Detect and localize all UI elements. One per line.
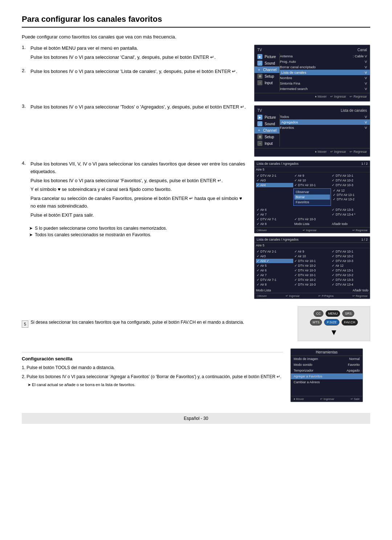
- cl2-c3r1: ✓ DTV Air 10-1: [331, 249, 368, 254]
- setup-label-2: Setup: [265, 135, 274, 139]
- remote-btn-mts[interactable]: MTS: [310, 319, 322, 326]
- tools-item-agregar[interactable]: Agregar a Favoritos: [291, 373, 363, 379]
- tv-menu-sound-2: ♪ Sound: [254, 120, 279, 127]
- tools-item-imagen: Modo de imagen Normal: [291, 356, 363, 362]
- cl1-footer: ◇Mover ↵ Ingresar ↩ Regresar: [254, 227, 370, 233]
- step-1: 1. Pulse el botón MENU para ver el menú …: [22, 45, 247, 63]
- cl1-header: Lista de canales / Agregados 1 / 2: [254, 161, 370, 167]
- cl2-c3r8: ✓ DTV Air 13-4: [331, 282, 368, 287]
- sound-label-1: Sound: [265, 61, 275, 65]
- channel-label-1: Channel: [263, 68, 277, 72]
- channel-list-panels: Lista de canales / Agregados 1 / 2 Aire …: [254, 160, 370, 299]
- cl1-c3r6: ✓ DTV Air 13-4 *: [331, 212, 368, 217]
- cl1-c2r3: ✓ DTV Air 10-1: [294, 183, 331, 187]
- cl2-footer-pagina: ↵ P/Página: [318, 294, 334, 298]
- tv-box-1-header: TV Canal: [254, 47, 370, 53]
- submenu-intermeted: Intermeted searchV: [280, 86, 370, 91]
- picture-label-2: Picture: [265, 115, 276, 119]
- separator-1: [22, 352, 283, 352]
- tv-box-2-body: ▶ Picture ♪ Sound ≡ Channel ⚙ Setup: [254, 114, 370, 147]
- step-3: 3. Pulse los botones IV o VI para selecc…: [22, 103, 247, 112]
- cl1-c3r5: ✓ DTV Air 13-3: [331, 208, 368, 212]
- cl1-footer-regresar: ↩ Regresar: [352, 229, 368, 232]
- step-4-text1: Pulse los botones VII, V, IV o VI para s…: [30, 160, 247, 176]
- cl2-c3r7: ✓ DTV Air 13-3: [331, 278, 368, 282]
- bullet-arrow-2: ➤: [29, 232, 33, 237]
- step-4-text2: Pulse los botones IV o VI para seleccion…: [30, 177, 247, 185]
- page-title: Para configurar los canales favoritos: [22, 15, 370, 28]
- config-step-2: 2. Pulse los botones IV o VI para selecc…: [22, 373, 283, 380]
- submenu-agregados[interactable]: AgregadosV: [280, 119, 370, 125]
- cl1-c2r5: [294, 208, 331, 212]
- cl1-c3r3: ✓ DTV Air 10-3: [331, 183, 368, 187]
- cl2-c3r6: ✓ DTV Air 13-2: [331, 273, 368, 277]
- cl1-page: 1 / 2: [361, 162, 368, 165]
- tools-sonido-value: Favorito: [348, 363, 360, 367]
- setup-icon-1: ⚙: [257, 74, 262, 79]
- cl1-popup-observar[interactable]: Observar: [294, 189, 330, 195]
- step-4-left: 4. Pulse los botones VII, V, IV o VI par…: [22, 160, 247, 299]
- remote-btn-favch[interactable]: FAV.CH: [342, 319, 358, 326]
- tv-box-2-right-title: Lista de canales: [341, 109, 367, 112]
- cl2-footer-mover: ◇Mover: [257, 294, 267, 298]
- cl2-c2r5: ✓ DTV Air 10-3: [294, 268, 331, 273]
- submenu-lista-canales[interactable]: Lista de canalesV: [280, 70, 370, 75]
- tools-footer: ♦ Mover ↵ Ingresar ↩ Salir: [291, 396, 363, 402]
- footer-ingresar-2: ↵ Ingresar: [330, 150, 346, 154]
- remote-row-1: CC MENU SRS: [314, 310, 354, 317]
- tv-box-1-footer: ♦ Mover ↵ Ingresar ↩ Regresar: [254, 93, 370, 99]
- bullet-2-text: Todos los canales seleccionados se mostr…: [35, 232, 151, 237]
- cl2-c1r5: ✓ Air 6: [256, 268, 293, 273]
- tv-menu-input-1: → Input: [254, 79, 279, 86]
- tv-box-2-header: TV Lista de canales: [254, 108, 370, 114]
- channel-list-2: Lista de canales / Agregados 1 / 2 Aire …: [254, 236, 370, 299]
- bullet-2: ➤ Todos los canales seleccionados se mos…: [29, 232, 247, 237]
- step-2-content: Pulse los botones IV o VI para seleccion…: [30, 68, 237, 77]
- footer-mover-2: ♦ Mover: [315, 150, 327, 154]
- config-step-1: 1. Pulse el botón TOOLS del mando a dist…: [22, 364, 283, 371]
- tools-temp-label: Temporizador: [294, 369, 314, 372]
- cl2-c3r2: ✓ DTV Air 10-2: [331, 254, 368, 258]
- step-4: 4. Pulse los botones VII, V, IV o VI par…: [22, 160, 247, 221]
- cl1-popup: Observar Borrar Favoritos: [293, 188, 331, 206]
- cl1-right-col: ✓ Air 12 ✓ DTV Air 13-1 ✓ DTV Air 13-2: [332, 188, 368, 206]
- remote-btn-srs[interactable]: SRS: [342, 310, 354, 317]
- right-panels: TV Canal ▶ Picture ♪ Sound ≡ Channel: [254, 45, 370, 157]
- remote-btn-cc[interactable]: CC: [314, 310, 323, 317]
- tv-box-1-submenu: Antenna: Cable V Prog. AutoV Borrar cana…: [280, 53, 370, 91]
- input-icon-1: →: [257, 80, 262, 85]
- cl2-c2r4: ✓ DTV Air 10-2: [294, 263, 331, 268]
- tv-menu-channel-1[interactable]: ≡ Channel: [254, 66, 279, 73]
- cl1-c3r1: ✓ DTV Air 10-1: [331, 173, 368, 178]
- tv-menu-channel-2[interactable]: ≡ Channel: [254, 127, 279, 134]
- cl1-popup-borrar[interactable]: Borrar: [294, 195, 330, 200]
- tv-box-1-body: ▶ Picture ♪ Sound ≡ Channel ⚙ Setup: [254, 53, 370, 91]
- cl1-c1r6: ✓ Air 7: [256, 212, 293, 217]
- cl1-c2r8: Modo Lista: [294, 222, 331, 226]
- cl1-c3r7: [331, 217, 368, 221]
- note-icon-box: 5: [22, 320, 28, 328]
- tools-title: Herramientas: [291, 349, 363, 356]
- cl1-popup-favoritos[interactable]: Favoritos: [294, 200, 330, 205]
- bullet-arrow-1: ➤: [29, 226, 33, 231]
- step-3-content: Pulse los botones IV o VI para seleccion…: [30, 103, 246, 112]
- cl2-grid: ✓ DTV Air 2-1 ✓ Air 9 ✓ DTV Air 10-1 ✓ A…: [254, 248, 370, 288]
- tools-temp-value: Apagado: [347, 369, 360, 372]
- cl2-c2r6: ✓ DTV Air 10-1: [294, 273, 331, 277]
- cl1-title: Lista de canales / Agregados: [257, 162, 299, 165]
- tools-cambiar-label: Cambiar a Aéreos: [294, 380, 320, 384]
- step-4-text5: Pulse el botón EXIT para salir.: [30, 212, 247, 219]
- step-1-text1: Pulse el botón MENU para ver el menú en …: [30, 45, 216, 52]
- cl1-c1r7: ✓ DTV Air 7-1: [256, 217, 293, 221]
- remote-control: CC MENU SRS MTS P.SIZE FAV.CH ▼: [298, 306, 370, 341]
- remote-btn-menu[interactable]: MENU: [326, 310, 340, 317]
- config-title: Configuración sencilla: [22, 356, 283, 361]
- cl1-grid2: ✓ Air 6 ✓ DTV Air 13-3 ✓ Air 7 ✓ DTV Air…: [254, 206, 370, 227]
- tv-box-2-menu: ▶ Picture ♪ Sound ≡ Channel ⚙ Setup: [254, 114, 280, 147]
- tv-menu-setup-2: ⚙ Setup: [254, 134, 279, 140]
- remote-btn-psize[interactable]: P.SIZE: [324, 319, 339, 326]
- tv-box-2-footer: ♦ Mover ↵ Ingresar ↩ Regresar: [254, 148, 370, 154]
- tools-item-temporizador: Temporizador Apagado: [291, 368, 363, 373]
- step-2: 2. Pulse los botones IV o VI para selecc…: [22, 68, 247, 77]
- setup-icon-2: ⚙: [257, 134, 262, 139]
